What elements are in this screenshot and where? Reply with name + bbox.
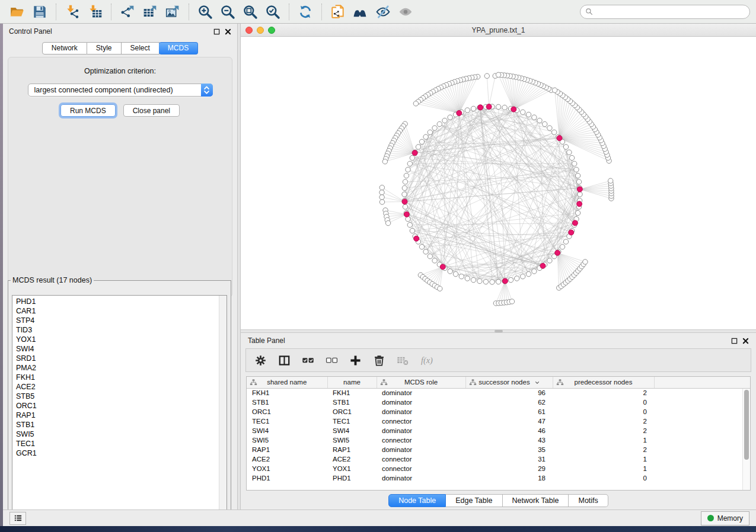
zoom-in-icon bbox=[197, 4, 213, 20]
toolbar-separator bbox=[111, 4, 111, 20]
tab-style[interactable]: Style bbox=[87, 42, 122, 55]
criterion-select[interactable]: largest connected component (undirected) bbox=[28, 84, 213, 97]
cell: connector bbox=[377, 464, 465, 473]
result-list-scrollbar[interactable] bbox=[219, 296, 227, 515]
mcds-result-item[interactable]: CAR1 bbox=[16, 306, 218, 316]
memory-button[interactable]: Memory bbox=[701, 511, 749, 525]
run-mcds-button[interactable]: Run MCDS bbox=[60, 104, 116, 117]
toolbar-zoom-out-button[interactable] bbox=[216, 2, 239, 21]
mcds-result-item[interactable]: TID3 bbox=[16, 325, 218, 335]
tab-mcds[interactable]: MCDS bbox=[159, 42, 198, 55]
svg-text:f(x): f(x) bbox=[421, 355, 433, 366]
table-row[interactable]: PHD1PHD1dominator180 bbox=[247, 473, 750, 483]
tab-motifs[interactable]: Motifs bbox=[569, 494, 608, 507]
table-row[interactable]: FKH1FKH1dominator962 bbox=[247, 388, 750, 398]
tab-network[interactable]: Network bbox=[42, 42, 87, 55]
show-columns-icon bbox=[278, 354, 291, 367]
close-panel-icon[interactable] bbox=[225, 28, 231, 35]
float-table-panel-icon[interactable] bbox=[731, 338, 738, 344]
search-input[interactable] bbox=[596, 7, 745, 17]
toolbar-open-session-button[interactable] bbox=[6, 2, 28, 21]
toolbar-import-table-button[interactable] bbox=[84, 2, 106, 21]
network-view-titlebar: YPA_prune.txt_1 bbox=[241, 24, 756, 37]
toolbar-export-image-button[interactable] bbox=[161, 2, 184, 21]
tab-node-table[interactable]: Node Table bbox=[388, 494, 446, 507]
toolbar-first-neighbors-button[interactable] bbox=[349, 2, 372, 21]
column-type-icon bbox=[469, 379, 477, 386]
network-canvas[interactable] bbox=[241, 37, 756, 329]
mcds-result-item[interactable]: SWI4 bbox=[16, 344, 218, 354]
cell: YOX1 bbox=[327, 464, 377, 473]
cell: 2 bbox=[553, 416, 654, 426]
mcds-result-item[interactable]: PHD1 bbox=[16, 297, 218, 306]
cell: connector bbox=[377, 435, 465, 445]
column-header-predecessor-nodes[interactable]: predecessor nodes bbox=[553, 377, 654, 388]
toolbar-save-session-button[interactable] bbox=[28, 2, 51, 21]
mcds-result-item[interactable]: GCR1 bbox=[16, 448, 218, 458]
search-box[interactable] bbox=[580, 5, 750, 19]
task-history-button[interactable] bbox=[9, 512, 26, 525]
close-table-panel-icon[interactable] bbox=[742, 338, 749, 344]
toolbar-zoom-in-button[interactable] bbox=[194, 2, 216, 21]
show-columns-button[interactable] bbox=[278, 354, 291, 367]
cell bbox=[654, 426, 750, 435]
table-row[interactable]: ACE2ACE2connector311 bbox=[247, 454, 750, 464]
table-row[interactable]: ORC1ORC1dominator610 bbox=[247, 407, 750, 416]
column-header-shared-name[interactable]: shared name bbox=[247, 377, 327, 388]
toolbar-hide-selected-button[interactable] bbox=[372, 2, 394, 21]
table-row[interactable]: YOX1YOX1connector291 bbox=[247, 464, 750, 473]
toolbar-export-table-button[interactable] bbox=[139, 2, 161, 21]
mcds-result-item[interactable]: FKH1 bbox=[16, 373, 218, 382]
table-row[interactable]: STB1STB1dominator620 bbox=[247, 398, 750, 407]
first-neighbors-icon bbox=[353, 4, 368, 20]
mcds-result-item[interactable]: STB1 bbox=[16, 420, 218, 430]
mcds-result-item[interactable]: ORC1 bbox=[16, 401, 218, 411]
table-row[interactable]: RAP1RAP1dominator352 bbox=[247, 445, 750, 454]
tab-edge-table[interactable]: Edge Table bbox=[446, 494, 502, 507]
table-settings-button[interactable] bbox=[254, 354, 267, 367]
toolbar-clone-network-button[interactable] bbox=[327, 2, 349, 21]
mcds-result-item[interactable]: RAP1 bbox=[16, 411, 218, 420]
cell: 29 bbox=[465, 464, 553, 473]
show-all-icon bbox=[398, 4, 413, 20]
mcds-result-item[interactable]: TEC1 bbox=[16, 439, 218, 448]
select-all-rows-button[interactable] bbox=[302, 354, 314, 367]
node-table: shared namenameMCDS rolesuccessor nodesp… bbox=[247, 377, 750, 483]
mcds-result-item[interactable]: ACE2 bbox=[16, 382, 218, 392]
toolbar-refresh-button[interactable] bbox=[294, 2, 317, 21]
mcds-result-item[interactable]: STB5 bbox=[16, 392, 218, 401]
close-panel-button[interactable]: Close panel bbox=[123, 104, 180, 117]
add-column-button[interactable] bbox=[349, 354, 362, 367]
column-header-name[interactable]: name bbox=[327, 377, 377, 388]
tab-select[interactable]: Select bbox=[122, 42, 160, 55]
toolbar-zoom-selected-button[interactable] bbox=[261, 2, 284, 21]
mcds-result-item[interactable]: PMA2 bbox=[16, 363, 218, 373]
mcds-result-item[interactable]: SWI5 bbox=[16, 430, 218, 439]
cell: 1 bbox=[553, 464, 654, 473]
cell: 18 bbox=[465, 473, 553, 483]
table-row[interactable]: TEC1TEC1connector472 bbox=[247, 416, 750, 426]
cell: ACE2 bbox=[327, 454, 377, 464]
table-row[interactable]: SWI5SWI5connector431 bbox=[247, 435, 750, 445]
destroy-table-icon bbox=[397, 354, 409, 367]
mcds-result-list[interactable]: PHD1CAR1STP4TID3YOX1SWI4SRD1PMA2FKH1ACE2… bbox=[12, 296, 218, 515]
toolbar-zoom-fit-button[interactable] bbox=[239, 2, 261, 21]
cell: 61 bbox=[465, 407, 553, 416]
mcds-result-item[interactable]: YOX1 bbox=[16, 335, 218, 344]
cell: SWI4 bbox=[327, 426, 377, 435]
table-row[interactable]: SWI4SWI4dominator462 bbox=[247, 426, 750, 435]
table-scrollbar-thumb[interactable] bbox=[744, 390, 749, 460]
table-scrollbar[interactable] bbox=[742, 389, 750, 490]
tab-network-table[interactable]: Network Table bbox=[503, 494, 569, 507]
cell: YOX1 bbox=[247, 464, 327, 473]
float-panel-icon[interactable] bbox=[213, 28, 220, 35]
cell: STB1 bbox=[327, 398, 377, 407]
column-header-MCDS-role[interactable]: MCDS role bbox=[377, 377, 465, 388]
deselect-all-rows-button[interactable] bbox=[326, 354, 338, 367]
mcds-result-item[interactable]: STP4 bbox=[16, 316, 218, 325]
toolbar-export-network-button[interactable] bbox=[116, 2, 139, 21]
delete-column-button[interactable] bbox=[373, 354, 385, 367]
column-header-successor-nodes[interactable]: successor nodes bbox=[465, 377, 553, 388]
mcds-result-item[interactable]: SRD1 bbox=[16, 354, 218, 363]
toolbar-import-network-button[interactable] bbox=[61, 2, 84, 21]
